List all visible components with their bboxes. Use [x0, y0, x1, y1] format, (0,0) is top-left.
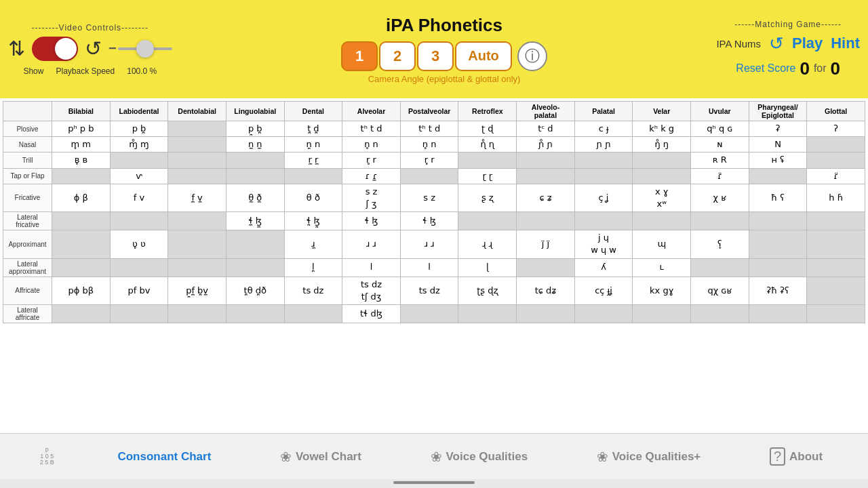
- cell-nasal-alveolopalatal[interactable]: ɲ̊ ɲ: [517, 137, 575, 152]
- cell-approx-alveolar[interactable]: ɹ ɹ: [342, 230, 401, 258]
- cell-trill-bilabial[interactable]: ʙ̥ ʙ: [52, 152, 111, 168]
- cell-nasal-postalveolar[interactable]: n̥ n: [400, 137, 458, 152]
- cell-latfric-alveolar[interactable]: ɬ ɮ: [342, 212, 401, 230]
- cell-plosive-retroflex[interactable]: ʈ ɖ: [458, 121, 517, 137]
- cell-fric-labiodental[interactable]: f v: [110, 184, 168, 211]
- cell-plosive-dental[interactable]: t̪ d̪: [284, 121, 342, 137]
- cam-btn-3[interactable]: 3: [417, 41, 454, 71]
- updown-icon[interactable]: ⇅: [8, 37, 25, 60]
- cell-latfric-linguolabial[interactable]: ɬ̼ ɮ̼: [226, 212, 284, 230]
- cell-nasal-pharyngeal[interactable]: N: [749, 137, 807, 152]
- cell-approx-retroflex[interactable]: ɻ ɻ: [458, 230, 517, 258]
- cell-tap-retroflex[interactable]: ɽ ɽ: [458, 168, 517, 184]
- cell-affricate-postalveolar[interactable]: ts dz: [400, 277, 458, 304]
- cell-affricate-dental[interactable]: ts dz: [284, 277, 342, 304]
- cell-trill-alveolar[interactable]: r̥ r: [342, 152, 401, 168]
- cell-fric-pharyngeal[interactable]: ħ ʕ: [749, 184, 807, 211]
- cell-fric-alveolar[interactable]: s zʃ ʒ: [342, 184, 401, 211]
- tab-vowel-chart[interactable]: ❀ Vowel Chart: [275, 446, 367, 468]
- cell-approx-alveolopalatal[interactable]: j̈ ȷ̈: [517, 230, 575, 258]
- cell-plosive-alveolopalatal[interactable]: tᶜ d: [517, 121, 575, 137]
- cell-latapprox-palatal[interactable]: ʎ: [574, 258, 633, 277]
- cell-trill-uvular[interactable]: ʀ R: [691, 152, 749, 168]
- cell-affricate-labiodental[interactable]: pf bv: [110, 277, 168, 304]
- cell-lataffricate-alveolar[interactable]: tɬ dɮ: [342, 304, 401, 323]
- cell-tap-glottal[interactable]: ɾ̈: [807, 168, 865, 184]
- cell-latapprox-velar[interactable]: ʟ: [633, 258, 691, 277]
- cell-tap-labiodental[interactable]: ⱱ: [110, 168, 168, 184]
- cell-affricate-uvular[interactable]: qχ ɢʁ: [691, 277, 749, 304]
- cell-fric-linguolabial[interactable]: θ̼ ð̼: [226, 184, 284, 211]
- cell-plosive-postalveolar[interactable]: tʰ t d: [400, 121, 458, 137]
- show-toggle[interactable]: [32, 37, 78, 61]
- cell-affricate-bilabial[interactable]: pɸ bβ: [52, 277, 111, 304]
- cell-affricate-alveolopalatal[interactable]: tɕ dʑ: [517, 277, 575, 304]
- cam-btn-auto[interactable]: Auto: [455, 41, 512, 71]
- cell-nasal-bilabial[interactable]: m̥ m: [52, 137, 111, 152]
- cell-tap-alveolar[interactable]: ɾ ɾ̼: [342, 168, 401, 184]
- cell-latapprox-dental[interactable]: l̪: [284, 258, 342, 277]
- cell-approx-dental[interactable]: ɹ̼: [284, 230, 342, 258]
- cell-affricate-velar[interactable]: kx gɣ: [633, 277, 691, 304]
- info-button[interactable]: ⓘ: [517, 41, 547, 71]
- cell-plosive-velar[interactable]: kʰ k g: [633, 121, 691, 137]
- cell-affricate-palatal[interactable]: cç ɟʝ: [574, 277, 633, 304]
- cell-plosive-labiodental[interactable]: p b̪: [110, 121, 168, 137]
- cell-nasal-alveolar[interactable]: n̥ n: [342, 137, 401, 152]
- reset-score-button[interactable]: Reset Score: [736, 62, 795, 75]
- cell-plosive-linguolabial[interactable]: p̪ b̪: [226, 121, 284, 137]
- cell-latfric-dental[interactable]: ɬ̪ ɮ̪: [284, 212, 342, 230]
- cell-fric-bilabial[interactable]: ɸ β: [52, 184, 111, 211]
- cell-nasal-uvular[interactable]: ɴ: [691, 137, 749, 152]
- cell-trill-postalveolar[interactable]: r̥ r: [400, 152, 458, 168]
- cell-plosive-palatal[interactable]: c ɟ: [574, 121, 633, 137]
- cell-latapprox-retroflex[interactable]: ɭ: [458, 258, 517, 277]
- cell-fric-dental[interactable]: θ ð: [284, 184, 342, 211]
- play-button[interactable]: Play: [792, 35, 823, 52]
- cell-nasal-dental[interactable]: n̪ n: [284, 137, 342, 152]
- cell-affricate-retroflex[interactable]: ʈʂ ɖʐ: [458, 277, 517, 304]
- cell-trill-dental[interactable]: r̼ r̼: [284, 152, 342, 168]
- ipa-table-wrapper[interactable]: Bilabial Labiodental Dentolabial Linguol…: [0, 98, 868, 433]
- cell-fric-velar[interactable]: x ɣxʷ: [633, 184, 691, 211]
- tab-about[interactable]: ? About: [764, 445, 828, 468]
- cell-tap-uvular[interactable]: ɾ̈: [691, 168, 749, 184]
- cell-affricate-pharyngeal[interactable]: ʡħ ʡʕ: [749, 277, 807, 304]
- reset-play-icon[interactable]: ↺: [769, 33, 784, 54]
- cell-approx-velar[interactable]: ɰ: [633, 230, 691, 258]
- cam-btn-1[interactable]: 1: [341, 41, 378, 71]
- cell-fric-glottal[interactable]: h ɦ: [807, 184, 865, 211]
- cell-approx-postalveolar[interactable]: ɹ ɹ: [400, 230, 458, 258]
- cell-latfric-postalveolar[interactable]: ɬ ɮ: [400, 212, 458, 230]
- cam-btn-2[interactable]: 2: [379, 41, 416, 71]
- cell-nasal-velar[interactable]: ŋ̊ ŋ: [633, 137, 691, 152]
- cell-plosive-pharyngeal[interactable]: ʡ: [749, 121, 807, 137]
- tab-consonant-chart[interactable]: Consonant Chart: [112, 447, 216, 466]
- cell-nasal-retroflex[interactable]: ɳ̊ ɳ: [458, 137, 517, 152]
- cell-nasal-palatal[interactable]: ɲ ɲ: [574, 137, 633, 152]
- slider-track[interactable]: [118, 47, 172, 50]
- cell-latapprox-postalveolar[interactable]: l: [400, 258, 458, 277]
- cell-fric-retroflex[interactable]: ʂ ʐ: [458, 184, 517, 211]
- cell-fric-postalveolar[interactable]: s z: [400, 184, 458, 211]
- tab-voice-qualities[interactable]: ❀ Voice Qualities: [425, 446, 534, 468]
- cell-plosive-alveolar[interactable]: tʰ t d: [342, 121, 401, 137]
- cell-approx-labiodental[interactable]: ʋ̥ ʋ: [110, 230, 168, 258]
- cell-affricate-linguolabial[interactable]: t̪θ d̪ð: [226, 277, 284, 304]
- cell-fric-palatal[interactable]: ç ʝ: [574, 184, 633, 211]
- refresh-icon[interactable]: ↺: [85, 37, 102, 60]
- cell-fric-alveolopalatal[interactable]: ɕ ʑ: [517, 184, 575, 211]
- cell-nasal-linguolabial[interactable]: n̼ n̼: [226, 137, 284, 152]
- cell-latapprox-alveolar[interactable]: l: [342, 258, 401, 277]
- slider-knob[interactable]: [136, 40, 154, 58]
- cell-fric-dentolabial[interactable]: f̼ v̼: [168, 184, 226, 211]
- cell-plosive-uvular[interactable]: qʰ q ɢ: [691, 121, 749, 137]
- cell-trill-pharyngeal[interactable]: ʜ ʢ: [749, 152, 807, 168]
- cell-affricate-alveolar[interactable]: ts dztʃ dʒ: [342, 277, 401, 304]
- cell-plosive-bilabial[interactable]: pʰ p b: [52, 121, 111, 137]
- hint-button[interactable]: Hint: [831, 35, 860, 52]
- cell-affricate-dentolabial[interactable]: p̪f̼ b̪v̼: [168, 277, 226, 304]
- cell-fric-uvular[interactable]: χ ʁ: [691, 184, 749, 211]
- cell-approx-uvular[interactable]: ʕ̞: [691, 230, 749, 258]
- cell-approx-palatal[interactable]: j ɥw ɥ w: [574, 230, 633, 258]
